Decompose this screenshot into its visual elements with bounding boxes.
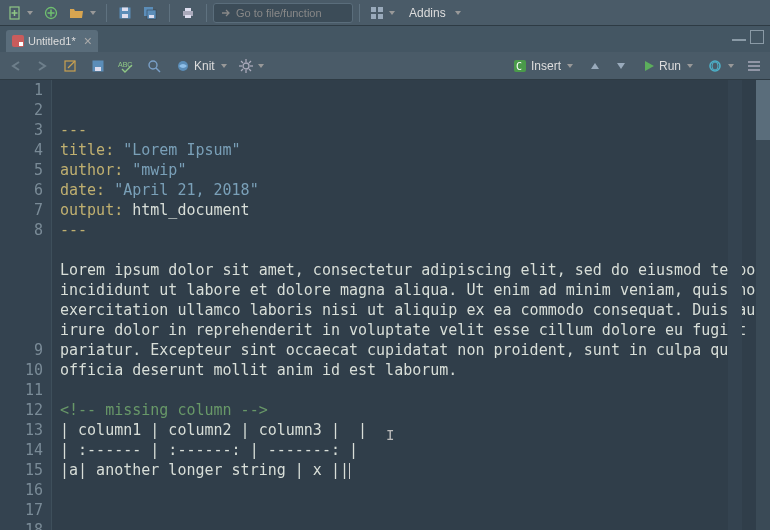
new-project-button[interactable]: [39, 2, 63, 24]
line-number: 13: [0, 420, 43, 440]
show-in-new-window-button[interactable]: [58, 55, 82, 77]
code-line[interactable]: [60, 520, 770, 530]
line-number: 2: [0, 100, 43, 120]
svg-rect-11: [149, 15, 154, 18]
chevron-down-icon: [258, 64, 264, 68]
vertical-scrollbar[interactable]: [756, 80, 770, 530]
goto-file-function-input[interactable]: Go to file/function: [213, 3, 353, 23]
new-file-button[interactable]: [4, 2, 37, 24]
outline-button[interactable]: [742, 55, 766, 77]
code-line[interactable]: exercitation ullamco laboris nisi ut ali…: [60, 300, 770, 320]
run-button[interactable]: Run: [637, 55, 699, 77]
line-number: 10: [0, 360, 43, 380]
line-number: 14: [0, 440, 43, 460]
code-line[interactable]: |a| another longer string | x ||: [60, 460, 770, 480]
line-number: 12: [0, 400, 43, 420]
chevron-down-icon: [90, 11, 96, 15]
code-line[interactable]: | column1 | column2 | column3 | |: [60, 420, 770, 440]
svg-rect-18: [378, 14, 383, 19]
svg-rect-16: [378, 7, 383, 12]
line-number: 18: [0, 520, 43, 530]
print-button[interactable]: [176, 2, 200, 24]
svg-point-25: [149, 61, 157, 69]
line-number: 7: [0, 200, 43, 220]
go-prev-chunk-button[interactable]: [583, 55, 607, 77]
code-line[interactable]: Lorem ipsum dolor sit amet, consectetur …: [60, 260, 770, 280]
code-line[interactable]: author: "mwip": [60, 160, 770, 180]
rmarkdown-icon: [12, 35, 24, 47]
code-line[interactable]: <!-- missing column -->: [60, 400, 770, 420]
insert-label: Insert: [531, 59, 561, 73]
toolbar-separator: [359, 4, 360, 22]
document-tab-bar: Untitled1* ×: [0, 26, 770, 52]
editor-toolbar: ABC Knit C Insert Run: [0, 52, 770, 80]
line-number: 16: [0, 480, 43, 500]
code-line[interactable]: output: html_document: [60, 200, 770, 220]
document-options-button[interactable]: [235, 55, 268, 77]
svg-rect-14: [185, 15, 191, 18]
chevron-down-icon: [27, 11, 33, 15]
knit-button[interactable]: Knit: [170, 55, 233, 77]
code-line[interactable]: [60, 240, 770, 260]
line-number: 17: [0, 500, 43, 520]
save-all-button[interactable]: [139, 2, 163, 24]
svg-line-33: [241, 61, 243, 63]
line-number: 15: [0, 460, 43, 480]
code-line[interactable]: title: "Lorem Ipsum": [60, 140, 770, 160]
chevron-down-icon: [567, 64, 573, 68]
code-editor[interactable]: 123456789101112131415161718 ---title: "L…: [0, 80, 770, 530]
toolbar-separator: [106, 4, 107, 22]
document-tab[interactable]: Untitled1* ×: [6, 30, 98, 52]
svg-point-28: [243, 63, 249, 69]
insert-button[interactable]: C Insert: [507, 55, 579, 77]
svg-rect-8: [122, 7, 128, 11]
code-line[interactable]: [60, 500, 770, 520]
svg-rect-20: [19, 42, 23, 46]
line-number: 5: [0, 160, 43, 180]
toolbar-separator: [169, 4, 170, 22]
back-button[interactable]: [4, 55, 28, 77]
grid-view-button[interactable]: [366, 2, 399, 24]
text-cursor-icon: I: [386, 425, 394, 445]
code-line[interactable]: date: "April 21, 2018": [60, 180, 770, 200]
go-next-chunk-button[interactable]: [609, 55, 633, 77]
line-number: 11: [0, 380, 43, 400]
line-number: 4: [0, 140, 43, 160]
save-doc-button[interactable]: [86, 55, 110, 77]
code-line[interactable]: | :------ | :------: | -------: |: [60, 440, 770, 460]
line-number: 8: [0, 220, 43, 340]
svg-line-35: [249, 61, 251, 63]
code-line[interactable]: [60, 380, 770, 400]
close-icon[interactable]: ×: [84, 33, 92, 49]
find-replace-button[interactable]: [142, 55, 166, 77]
minimize-pane-button[interactable]: [732, 39, 746, 41]
code-line[interactable]: [60, 480, 770, 500]
save-button[interactable]: [113, 2, 137, 24]
scrollbar-thumb[interactable]: [756, 80, 770, 140]
code-line[interactable]: irure dolor in reprehenderit in voluptat…: [60, 320, 770, 340]
addins-label: Addins: [405, 6, 450, 20]
open-file-button[interactable]: [65, 2, 100, 24]
svg-line-34: [249, 69, 251, 71]
line-number: 3: [0, 120, 43, 140]
toolbar-separator: [206, 4, 207, 22]
main-toolbar: Go to file/function Addins: [0, 0, 770, 26]
code-line[interactable]: pariatur. Excepteur sint occaecat cupida…: [60, 340, 770, 360]
svg-line-26: [156, 68, 160, 72]
code-line[interactable]: officia deserunt mollit anim id est labo…: [60, 360, 770, 380]
spellcheck-button[interactable]: ABC: [114, 55, 140, 77]
code-line[interactable]: incididunt ut labore et dolore magna ali…: [60, 280, 770, 300]
addins-button[interactable]: Addins: [401, 2, 465, 24]
code-line[interactable]: ---: [60, 120, 770, 140]
maximize-pane-button[interactable]: [750, 30, 764, 44]
publish-button[interactable]: [703, 55, 738, 77]
svg-line-36: [241, 69, 243, 71]
code-area[interactable]: ---title: "Lorem Ipsum"author: "mwip"dat…: [52, 80, 770, 530]
code-line[interactable]: ---: [60, 220, 770, 240]
chevron-down-icon: [455, 11, 461, 15]
line-number: 6: [0, 180, 43, 200]
forward-button[interactable]: [30, 55, 54, 77]
tab-title: Untitled1*: [28, 35, 76, 47]
knit-label: Knit: [194, 59, 215, 73]
svg-rect-23: [95, 67, 101, 71]
